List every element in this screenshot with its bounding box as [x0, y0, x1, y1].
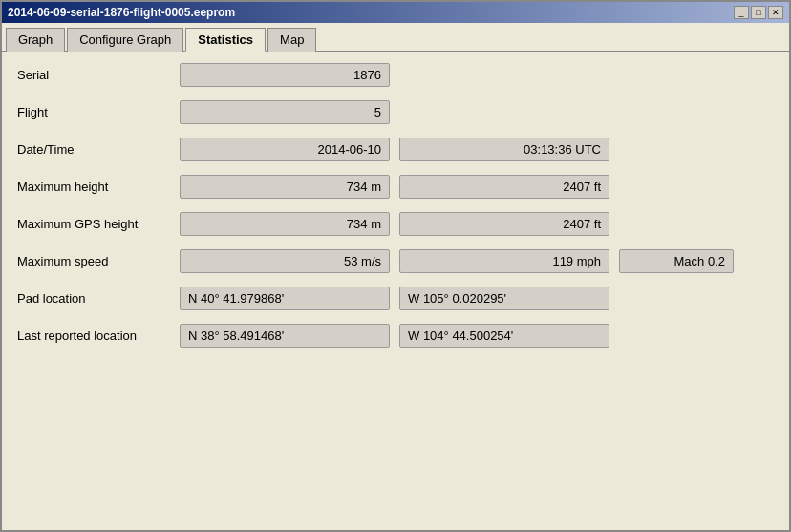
tab-configure-graph[interactable]: Configure Graph	[67, 28, 183, 52]
serial-row: Serial 1876	[17, 63, 774, 87]
max-speed-imperial: 119 mph	[399, 249, 609, 273]
pad-location-label: Pad location	[17, 291, 180, 306]
window-controls: _ □ ✕	[734, 6, 783, 19]
last-location-label: Last reported location	[17, 329, 180, 343]
title-bar: 2014-06-09-serial-1876-flight-0005.eepro…	[2, 2, 789, 23]
max-gps-height-metric: 734 m	[180, 212, 390, 236]
tab-graph[interactable]: Graph	[6, 28, 65, 52]
max-speed-mach: Mach 0.2	[619, 249, 734, 273]
max-speed-metric: 53 m/s	[180, 249, 390, 273]
tab-bar: Graph Configure Graph Statistics Map	[2, 23, 789, 52]
statistics-panel: Serial 1876 Flight 5 Date/Time 2014-06-1…	[2, 52, 789, 530]
flight-label: Flight	[17, 105, 180, 119]
serial-value: 1876	[180, 63, 390, 87]
close-button[interactable]: ✕	[768, 6, 783, 19]
last-location-lon: W 104° 44.500254'	[399, 324, 609, 348]
flight-value: 5	[180, 100, 390, 124]
pad-location-lon: W 105° 0.020295'	[399, 287, 609, 310]
main-window: 2014-06-09-serial-1876-flight-0005.eepro…	[0, 0, 791, 532]
max-speed-row: Maximum speed 53 m/s 119 mph Mach 0.2	[17, 249, 774, 273]
maximize-button[interactable]: □	[751, 6, 766, 19]
flight-row: Flight 5	[17, 100, 774, 124]
max-height-metric: 734 m	[180, 175, 390, 199]
tab-map[interactable]: Map	[267, 28, 316, 52]
max-gps-height-imperial: 2407 ft	[399, 212, 609, 236]
max-height-label: Maximum height	[17, 180, 180, 194]
pad-location-row: Pad location N 40° 41.979868' W 105° 0.0…	[17, 287, 774, 310]
max-gps-height-label: Maximum GPS height	[17, 217, 180, 231]
last-location-row: Last reported location N 38° 58.491468' …	[17, 324, 774, 348]
pad-location-lat: N 40° 41.979868'	[180, 287, 390, 310]
tab-statistics[interactable]: Statistics	[185, 28, 266, 52]
last-location-lat: N 38° 58.491468'	[180, 324, 390, 348]
window-title: 2014-06-09-serial-1876-flight-0005.eepro…	[8, 6, 235, 19]
datetime-date: 2014-06-10	[180, 138, 390, 161]
max-gps-height-row: Maximum GPS height 734 m 2407 ft	[17, 212, 774, 236]
max-height-row: Maximum height 734 m 2407 ft	[17, 175, 774, 199]
minimize-button[interactable]: _	[734, 6, 749, 19]
datetime-label: Date/Time	[17, 142, 180, 157]
datetime-time: 03:13:36 UTC	[399, 138, 609, 161]
max-speed-label: Maximum speed	[17, 254, 180, 268]
datetime-row: Date/Time 2014-06-10 03:13:36 UTC	[17, 138, 774, 161]
serial-label: Serial	[17, 68, 180, 82]
max-height-imperial: 2407 ft	[399, 175, 609, 199]
